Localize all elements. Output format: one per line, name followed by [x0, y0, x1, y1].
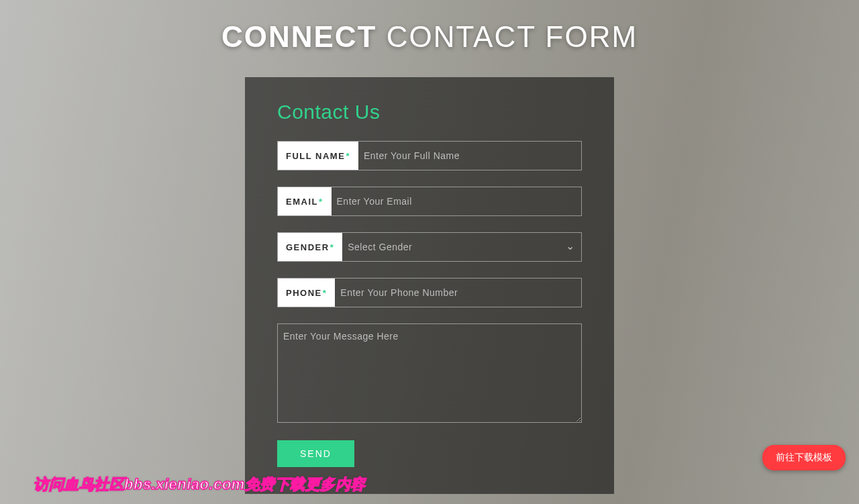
email-input[interactable]: [332, 187, 581, 215]
gender-select[interactable]: Select Gender: [342, 233, 581, 261]
fullname-label-text: FULL NAME: [286, 151, 345, 161]
page-title: CONNECT CONTACT FORM: [0, 0, 859, 54]
gender-label-text: GENDER: [286, 242, 330, 252]
fullname-label: FULL NAME*: [278, 142, 358, 170]
download-template-button[interactable]: 前往下载模板: [762, 445, 846, 470]
message-textarea[interactable]: [277, 323, 582, 423]
fullname-input[interactable]: [358, 142, 581, 170]
fullname-field: FULL NAME*: [277, 141, 582, 170]
phone-label: PHONE*: [278, 279, 335, 307]
required-mark: *: [319, 197, 323, 207]
phone-input[interactable]: [335, 279, 581, 307]
card-heading: Contact Us: [277, 101, 582, 123]
page-title-rest: CONTACT FORM: [376, 20, 638, 53]
required-mark: *: [346, 151, 350, 161]
gender-field: GENDER* Select Gender: [277, 232, 582, 262]
phone-field: PHONE*: [277, 278, 582, 307]
page-title-bold: CONNECT: [221, 20, 377, 53]
required-mark: *: [323, 288, 327, 298]
watermark-text: 访问血鸟社区bbs.xieniao.com免费下载更多内容: [34, 474, 366, 495]
email-label-text: EMAIL: [286, 197, 318, 207]
phone-label-text: PHONE: [286, 288, 322, 298]
send-button[interactable]: SEND: [277, 440, 354, 467]
email-field: EMAIL*: [277, 187, 582, 216]
required-mark: *: [330, 242, 335, 252]
gender-label: GENDER*: [278, 233, 342, 261]
email-label: EMAIL*: [278, 187, 332, 215]
gender-select-wrap: Select Gender: [342, 233, 581, 261]
contact-card: Contact Us FULL NAME* EMAIL* GENDER* Sel…: [245, 77, 614, 494]
